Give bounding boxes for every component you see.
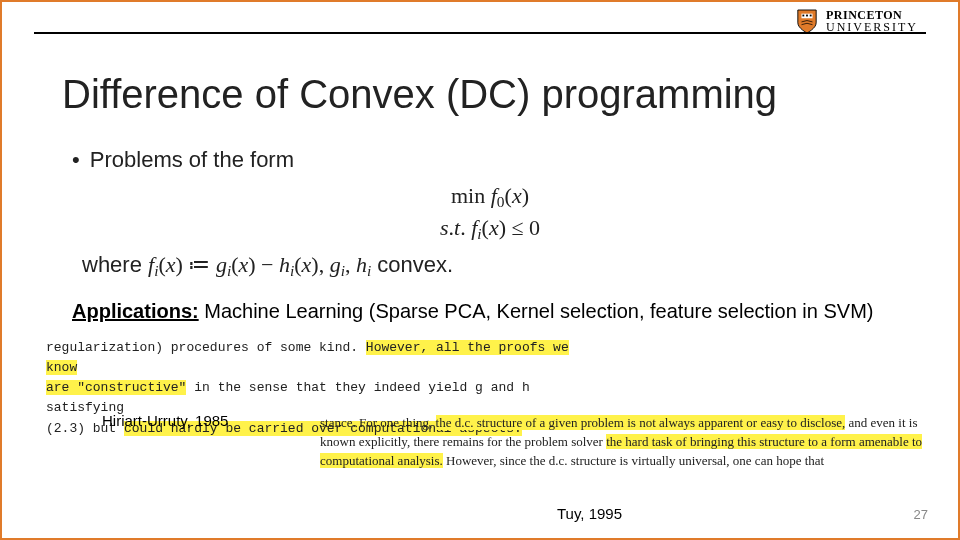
math-line2: s.t. fi(x) ≤ 0	[62, 213, 918, 245]
applications-text: Machine Learning (Sparse PCA, Kernel sel…	[199, 300, 874, 322]
applications-line: Applications: Machine Learning (Sparse P…	[72, 300, 918, 323]
slide-title: Difference of Convex (DC) programming	[62, 72, 777, 117]
top-rule	[34, 32, 926, 36]
math-line1: min f0(x)	[62, 181, 918, 213]
where-suffix: convex.	[371, 252, 453, 277]
where-formula: fi(x) ≔ gi(x) − hi(x), gi, hi	[148, 252, 371, 277]
university-logo: Princeton University	[796, 8, 918, 34]
page-number: 27	[914, 507, 928, 522]
s2-hl-a: the d.c. structure of a given problem is…	[436, 415, 846, 430]
shield-icon	[796, 8, 818, 34]
s2-plain-a: stance. For one thing,	[320, 415, 436, 430]
slide-body: Problems of the form min f0(x) s.t. fi(x…	[62, 147, 918, 323]
s1-plain-a: regularization) procedures of some kind.	[46, 340, 366, 355]
citation-1: Hiriart-Urruty, 1985	[102, 412, 228, 429]
svg-rect-3	[810, 15, 812, 17]
s2-plain-c: However, since the d.c. structure is vir…	[443, 453, 824, 468]
paper-excerpt-2: stance. For one thing, the d.c. structur…	[320, 414, 934, 471]
slide: Princeton University Difference of Conve…	[0, 0, 960, 540]
math-objective: min f0(x) s.t. fi(x) ≤ 0	[62, 181, 918, 244]
bullet-problems: Problems of the form	[72, 147, 918, 173]
logo-text: Princeton University	[826, 9, 918, 33]
svg-rect-2	[806, 15, 808, 17]
where-clause: where fi(x) ≔ gi(x) − hi(x), gi, hi conv…	[82, 252, 918, 280]
where-prefix: where	[82, 252, 148, 277]
s1-hl-b: are "constructive"	[46, 380, 186, 395]
svg-rect-1	[802, 15, 804, 17]
applications-label: Applications:	[72, 300, 199, 322]
citation-2: Tuy, 1995	[557, 505, 622, 522]
